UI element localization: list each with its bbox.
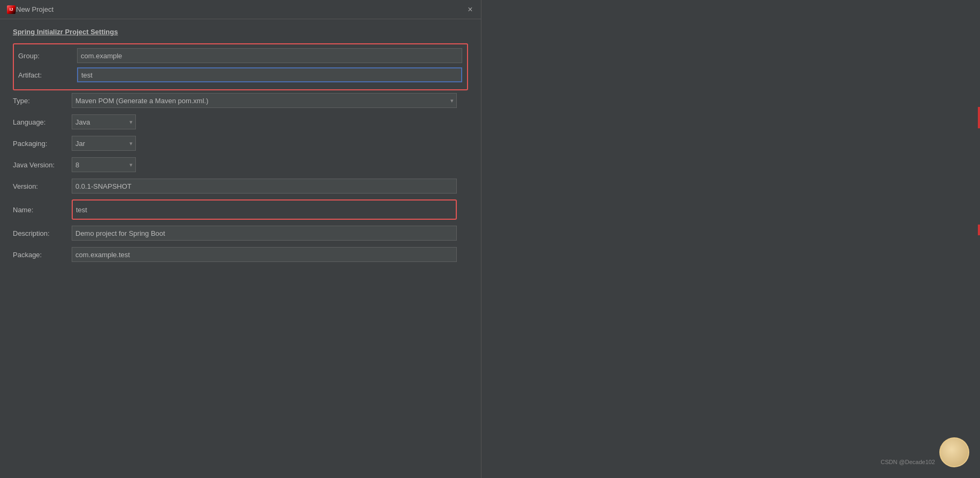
java-version-select-wrapper: 8 11 17 21 bbox=[72, 157, 136, 172]
language-row: Language: Java Kotlin Groovy bbox=[13, 114, 468, 130]
packaging-label: Packaging: bbox=[13, 140, 72, 148]
name-label: Name: bbox=[13, 206, 72, 214]
java-version-select[interactable]: 8 11 17 21 bbox=[72, 157, 136, 172]
type-select-wrapper: Maven POM (Generate a Maven pom.xml.) Ma… bbox=[72, 93, 457, 108]
avatar bbox=[939, 437, 969, 467]
type-select[interactable]: Maven POM (Generate a Maven pom.xml.) Ma… bbox=[72, 93, 457, 108]
package-input[interactable] bbox=[72, 247, 457, 262]
type-label: Type: bbox=[13, 97, 72, 105]
type-row: Type: Maven POM (Generate a Maven pom.xm… bbox=[13, 92, 468, 109]
artifact-row: Artifact: bbox=[18, 67, 463, 83]
version-label: Version: bbox=[13, 182, 72, 190]
group-row: Group: bbox=[18, 48, 463, 64]
name-row: Name: bbox=[13, 199, 468, 220]
dialog-titlebar: IJ New Project × bbox=[0, 0, 481, 19]
group-artifact-highlight: Group: Artifact: bbox=[13, 43, 468, 90]
name-input[interactable] bbox=[76, 202, 453, 217]
dialog-title: New Project bbox=[16, 5, 466, 13]
java-version-row: Java Version: 8 11 17 21 bbox=[13, 157, 468, 173]
packaging-select[interactable]: Jar War bbox=[72, 136, 136, 151]
avatar-image bbox=[940, 438, 968, 466]
csdn-label: CSDN @Decade102 bbox=[881, 459, 935, 465]
group-label: Group: bbox=[18, 52, 77, 60]
packaging-row: Packaging: Jar War bbox=[13, 135, 468, 151]
description-row: Description: bbox=[13, 225, 468, 241]
red-bar-top bbox=[978, 107, 980, 128]
java-version-label: Java Version: bbox=[13, 161, 72, 169]
artifact-label: Artifact: bbox=[18, 71, 77, 79]
package-label: Package: bbox=[13, 251, 72, 259]
description-label: Description: bbox=[13, 229, 72, 237]
packaging-select-wrapper: Jar War bbox=[72, 136, 136, 151]
version-input[interactable] bbox=[72, 179, 457, 194]
close-button[interactable]: × bbox=[466, 5, 474, 14]
red-bar-bottom bbox=[978, 225, 980, 235]
section-title: Spring Initializr Project Settings bbox=[13, 28, 468, 36]
language-label: Language: bbox=[13, 118, 72, 126]
artifact-input[interactable] bbox=[77, 67, 462, 82]
language-select[interactable]: Java Kotlin Groovy bbox=[72, 114, 136, 129]
version-row: Version: bbox=[13, 178, 468, 194]
language-select-wrapper: Java Kotlin Groovy bbox=[72, 114, 136, 129]
name-highlight bbox=[72, 199, 457, 220]
group-input[interactable] bbox=[77, 48, 462, 63]
intellij-icon: IJ bbox=[6, 5, 16, 14]
dialog-content: Spring Initializr Project Settings Group… bbox=[0, 19, 481, 276]
description-input[interactable] bbox=[72, 226, 457, 241]
package-row: Package: bbox=[13, 246, 468, 263]
